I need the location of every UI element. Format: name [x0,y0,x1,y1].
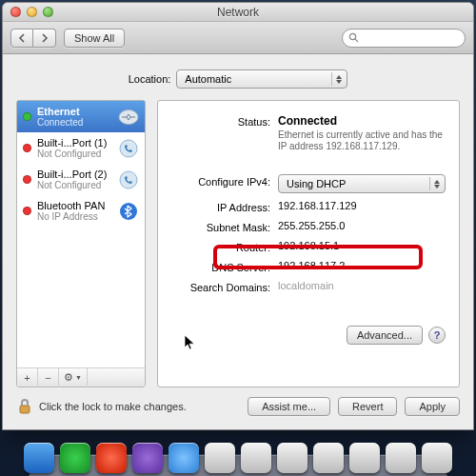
location-value: Automatic [185,73,231,85]
detail-pane: Status: Connected Ethernet is currently … [157,100,460,387]
chevron-left-icon [18,33,26,43]
subnet-value: 255.255.255.0 [278,220,446,231]
phone-icon [118,138,139,159]
location-popup[interactable]: Automatic [176,69,347,89]
configure-label: Configure IPv4: [168,174,278,188]
ethernet-icon [118,107,139,128]
svg-point-3 [120,140,137,157]
location-row: Location: Automatic [16,69,460,89]
titlebar[interactable]: Network [3,3,473,22]
configure-value: Using DHCP [287,178,346,189]
back-button[interactable] [10,29,33,48]
service-status: Not Configured [37,149,112,159]
service-status: No IP Address [37,211,112,222]
search-field[interactable] [342,29,466,48]
dock-app-2[interactable] [241,443,271,473]
dock-app-5[interactable] [349,443,380,473]
service-status: Connected [37,117,112,128]
dock-app-misc2[interactable] [169,443,199,473]
apply-button[interactable]: Apply [405,397,460,416]
window-title: Network [3,6,473,19]
toolbar: Show All [3,22,473,54]
search-domains-value: localdomain [278,280,446,291]
content-area: Location: Automatic Ethernet Connected [3,54,473,429]
service-item-bluetooth[interactable]: Bluetooth PAN No IP Address [17,195,145,227]
service-item-ethernet[interactable]: Ethernet Connected [17,101,145,132]
search-icon [348,32,359,43]
popup-arrows-icon [331,72,345,86]
ip-label: IP Address: [168,200,278,213]
service-item-modem-1[interactable]: Built-i...Port (1) Not Configured [17,132,145,164]
help-button[interactable]: ? [428,327,446,344]
chevron-right-icon [41,33,49,43]
plus-icon: + [24,372,30,384]
dock-app-4[interactable] [313,443,344,473]
status-value: Connected [278,114,446,128]
dns-label: DNS Server: [168,260,278,273]
status-dot-icon [23,112,31,121]
status-description: Ethernet is currently active and has the… [278,129,446,152]
minus-icon: − [45,372,50,384]
ip-value: 192.168.117.129 [278,200,446,211]
svg-point-0 [349,33,355,39]
dock-app-utility[interactable] [96,443,127,473]
popup-arrows-icon [429,177,443,190]
bluetooth-icon [118,201,139,222]
split-pane: Ethernet Connected Built-i...Port (1) No… [16,100,460,387]
lock-icon [17,398,32,415]
router-label: Router: [168,240,278,253]
status-dot-icon [23,207,31,215]
service-list: Ethernet Connected Built-i...Port (1) No… [17,101,145,367]
action-menu-button[interactable]: ⚙▼ [59,368,88,387]
subnet-label: Subnet Mask: [168,220,278,233]
service-name: Bluetooth PAN [37,200,112,211]
status-dot-icon [23,175,31,184]
sidebar-footer: + − ⚙▼ [17,367,145,387]
configure-popup[interactable]: Using DHCP [278,174,446,193]
service-sidebar: Ethernet Connected Built-i...Port (1) No… [16,100,146,387]
status-dot-icon [23,144,31,152]
advanced-button[interactable]: Advanced... [347,326,423,345]
network-prefpane-window: Network Show All Location: Automatic [2,2,474,430]
dock-app-6[interactable] [386,443,416,473]
dock [0,436,476,476]
dock-app-misc1[interactable] [132,443,163,473]
remove-service-button[interactable]: − [38,368,59,387]
gear-icon: ⚙ [64,371,73,384]
show-all-button[interactable]: Show All [64,29,125,48]
service-name: Built-i...Port (2) [37,169,112,180]
status-label: Status: [168,114,278,128]
assist-button[interactable]: Assist me... [248,397,330,416]
svg-rect-6 [20,406,30,413]
service-status: Not Configured [37,180,112,190]
service-item-modem-2[interactable]: Built-i...Port (2) Not Configured [17,164,145,195]
service-name: Built-i...Port (1) [37,137,112,149]
service-name: Ethernet [37,106,112,117]
dns-value: 192.168.117.2 [278,260,446,271]
router-value: 192.168.15.1 [278,240,446,251]
location-label: Location: [129,73,171,85]
search-domains-label: Search Domains: [168,280,278,293]
add-service-button[interactable]: + [17,368,38,387]
svg-point-4 [120,171,137,188]
phone-icon [118,169,139,190]
window-footer: Click the lock to make changes. Assist m… [16,387,460,416]
dock-app-7[interactable] [422,443,452,473]
dock-app-1[interactable] [205,443,235,473]
nav-group [10,29,56,48]
dock-app-3[interactable] [277,443,307,473]
chevron-down-icon: ▼ [75,374,82,381]
lock-button[interactable] [16,398,33,415]
dock-app-messages[interactable] [60,443,90,473]
svg-line-1 [355,39,358,42]
lock-text: Click the lock to make changes. [39,401,187,412]
dock-app-finder[interactable] [24,443,54,473]
revert-button[interactable]: Revert [338,397,397,416]
search-input[interactable] [363,32,459,44]
forward-button[interactable] [33,29,56,48]
